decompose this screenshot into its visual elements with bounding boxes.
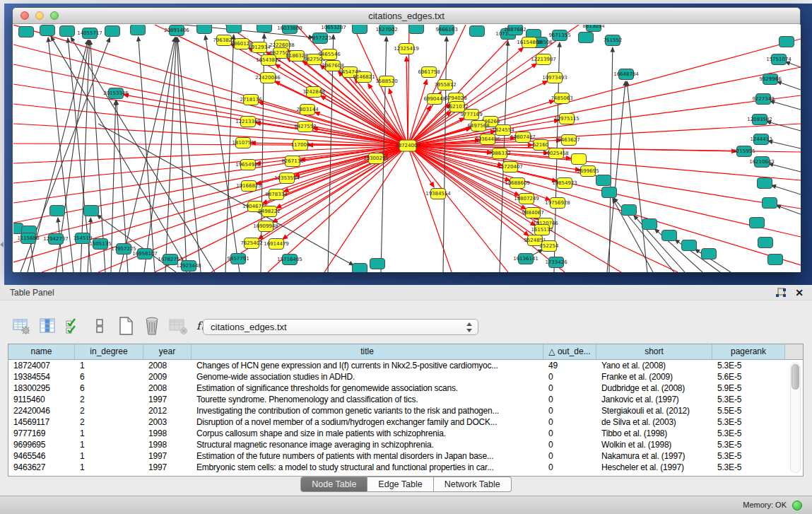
- cell-title[interactable]: Estimation of the future numbers of pati…: [192, 450, 543, 462]
- cell-title[interactable]: Structural magnetic resonance image aver…: [192, 439, 543, 450]
- scrollbar-thumb[interactable]: [792, 364, 799, 390]
- cell-pagerank[interactable]: 5.3E-5: [712, 416, 785, 428]
- graph-node[interactable]: 9671355: [548, 30, 570, 41]
- unselect-all-columns-icon[interactable]: [90, 316, 110, 336]
- graph-node[interactable]: 751552: [604, 35, 623, 46]
- tab-edge-table[interactable]: Edge Table: [367, 477, 433, 492]
- graph-node[interactable]: 8215955: [733, 146, 755, 157]
- cell-in_degree[interactable]: 6: [75, 371, 143, 382]
- graph-node[interactable]: [84, 206, 99, 216]
- cell-pagerank[interactable]: 5.3E-5: [712, 439, 785, 450]
- graph-node[interactable]: [105, 26, 120, 37]
- graph-node[interactable]: 12325419: [394, 44, 419, 54]
- graph-node[interactable]: 1527002: [375, 25, 397, 35]
- graph-node[interactable]: [579, 33, 594, 43]
- graph-node[interactable]: 14055717: [77, 28, 102, 39]
- cell-name[interactable]: 22420046: [8, 405, 75, 416]
- graph-node[interactable]: 12213389: [235, 117, 261, 127]
- graph-node[interactable]: 9329966: [759, 74, 782, 85]
- graph-node[interactable]: 19654982: [235, 160, 261, 170]
- table-row[interactable]: 2242004622012Investigating the contribut…: [8, 405, 803, 416]
- graph-node[interactable]: [353, 25, 367, 34]
- graph-node[interactable]: 9227349: [752, 94, 774, 105]
- graph-node[interactable]: 2718176: [240, 95, 262, 105]
- graph-node[interactable]: 10688609: [505, 178, 530, 189]
- cell-title[interactable]: Genome-wide association studies in ADHD.: [192, 371, 543, 382]
- create-new-column-icon[interactable]: [116, 316, 136, 336]
- cell-pagerank[interactable]: 5.5E-5: [712, 405, 785, 416]
- table-vertical-scrollbar[interactable]: [790, 363, 801, 473]
- cell-title[interactable]: Corpus callosum shape and size in male p…: [192, 428, 543, 439]
- cell-name[interactable]: 9699695: [8, 439, 75, 450]
- graph-node[interactable]: 12942737: [43, 234, 69, 245]
- graph-node[interactable]: 16648784: [613, 69, 639, 80]
- graph-node[interactable]: 6961758: [418, 67, 440, 78]
- cell-short[interactable]: Jankovic et al. (1997): [596, 394, 712, 405]
- graph-node[interactable]: 15751074: [766, 54, 792, 65]
- graph-node[interactable]: 62160: [533, 140, 548, 151]
- graph-node[interactable]: 16033809: [277, 25, 302, 34]
- graph-node[interactable]: [702, 249, 717, 259]
- cell-pagerank[interactable]: 5.3E-5: [712, 462, 785, 473]
- cell-title[interactable]: Embryonic stem cells: a model to study s…: [192, 462, 543, 473]
- cell-name[interactable]: 18300295: [8, 382, 75, 394]
- delete-column-icon[interactable]: [142, 316, 162, 336]
- cell-out_de[interactable]: 0: [543, 382, 596, 394]
- graph-node[interactable]: 16210643: [749, 157, 775, 168]
- graph-node[interactable]: 1505135: [89, 239, 111, 250]
- panel-collapse-arrow-icon[interactable]: [0, 242, 4, 247]
- graph-node[interactable]: [227, 25, 242, 33]
- cell-short[interactable]: Wolkin et al. (1998): [596, 439, 712, 450]
- graph-node[interactable]: 1733426: [545, 257, 567, 268]
- table-row[interactable]: 946554611997Estimation of the future num…: [8, 450, 803, 462]
- citation-network-graph[interactable]: 1405571720891406160338091065328715270029…: [13, 25, 801, 272]
- table-selector-dropdown[interactable]: citations_edges.txt: [203, 319, 478, 335]
- cell-name[interactable]: 9115460: [8, 394, 75, 405]
- column-header-name[interactable]: name: [8, 344, 75, 359]
- cell-out_de[interactable]: 0: [543, 439, 596, 450]
- cell-name[interactable]: 18724007: [8, 360, 75, 371]
- table-row[interactable]: 1456911722003Disruption of a novel membe…: [8, 416, 803, 428]
- graph-node[interactable]: [662, 230, 677, 241]
- graph-node[interactable]: 8878334: [265, 189, 288, 200]
- graph-node[interactable]: [353, 264, 367, 273]
- graph-node[interactable]: 9699695: [577, 166, 599, 177]
- cell-year[interactable]: 2008: [143, 382, 192, 394]
- graph-node[interactable]: 16914479: [264, 239, 289, 250]
- cell-year[interactable]: 2008: [143, 360, 192, 371]
- graph-node[interactable]: 7625402: [240, 238, 262, 249]
- graph-node[interactable]: [682, 240, 697, 251]
- float-panel-icon[interactable]: [775, 288, 787, 298]
- cell-in_degree[interactable]: 1: [75, 439, 143, 450]
- cell-title[interactable]: Disruption of a novel member of a sodium…: [192, 416, 543, 428]
- graph-node[interactable]: [60, 26, 75, 37]
- graph-node[interactable]: 19384554: [425, 189, 451, 199]
- network-graph-canvas[interactable]: 1405571720891406160338091065328715270029…: [13, 25, 801, 272]
- cell-in_degree[interactable]: 2: [75, 405, 143, 416]
- graph-node[interactable]: [763, 198, 777, 209]
- cell-in_degree[interactable]: 1: [75, 462, 143, 473]
- cell-in_degree[interactable]: 6: [75, 382, 143, 394]
- cell-in_degree[interactable]: 1: [75, 428, 143, 439]
- graph-node[interactable]: [197, 25, 212, 34]
- cell-out_de[interactable]: 0: [543, 405, 596, 416]
- graph-node[interactable]: 1624554: [492, 125, 514, 136]
- cell-out_de[interactable]: 0: [543, 462, 596, 473]
- graph-node[interactable]: 9465546: [318, 49, 341, 60]
- cell-title[interactable]: Tourette syndrome. Phenomenology and cla…: [192, 394, 543, 405]
- cell-out_de[interactable]: 0: [543, 371, 596, 382]
- cell-short[interactable]: Dudbridge et al. (2008): [596, 382, 712, 394]
- cell-short[interactable]: Tibbo et al. (1998): [596, 428, 712, 439]
- graph-node[interactable]: 1588520: [375, 76, 397, 87]
- graph-node[interactable]: 16909948: [253, 221, 278, 232]
- graph-node[interactable]: [602, 187, 617, 198]
- table-row[interactable]: 969969511998Structural magnetic resonanc…: [8, 439, 803, 450]
- table-column-settings-icon[interactable]: [11, 316, 31, 336]
- graph-node[interactable]: 12093582: [747, 115, 772, 125]
- table-row[interactable]: 1830029562008Estimation of significance …: [8, 382, 803, 394]
- cell-pagerank[interactable]: 5.3E-5: [712, 450, 785, 462]
- graph-node[interactable]: [758, 238, 773, 248]
- cell-short[interactable]: Yano et al. (2008): [596, 360, 712, 371]
- column-header-year[interactable]: year: [143, 344, 192, 359]
- graph-node[interactable]: [768, 255, 783, 265]
